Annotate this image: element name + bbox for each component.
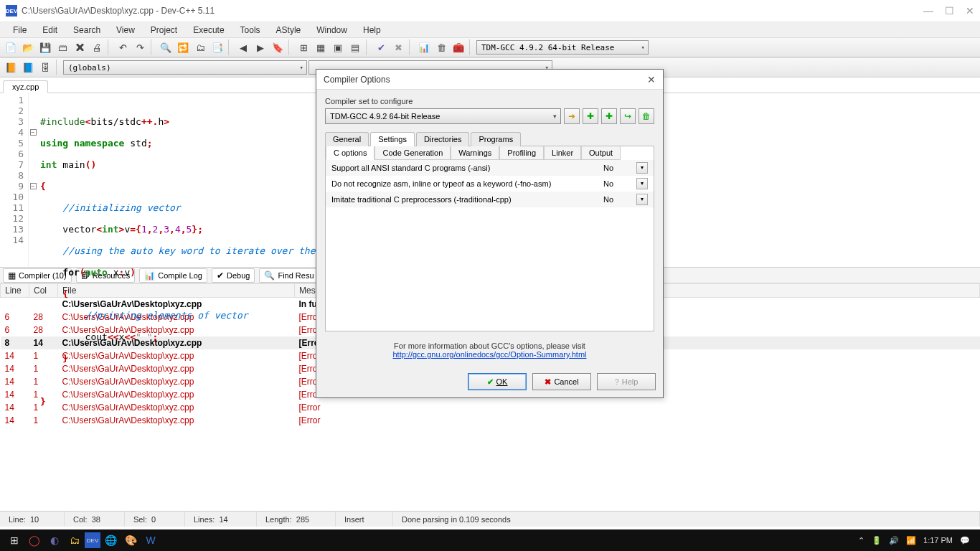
close-icon[interactable]: ✕ (966, 5, 974, 17)
menu-astyle[interactable]: AStyle (269, 24, 308, 37)
dialog-info: For more information about GCC's options… (325, 331, 654, 363)
find-in-files-icon[interactable]: 🗂 (192, 39, 208, 55)
delete-profile-icon[interactable]: 🗑 (433, 39, 449, 55)
find-icon[interactable]: 🔍 (158, 39, 174, 55)
option-label: Support all ANSI standard C programs (-a… (331, 164, 603, 172)
tab-directories[interactable]: Directories (416, 132, 470, 146)
tab-settings[interactable]: Settings (370, 132, 415, 146)
separator (366, 39, 370, 55)
debug-stop-icon[interactable]: ✖ (390, 39, 406, 55)
add-blank-icon[interactable]: ✚ (583, 108, 598, 124)
redo-icon[interactable]: ↷ (132, 39, 148, 55)
window-title: C:\Users\GaUrAv\Desktop\xyz.cpp - Dev-C+… (22, 6, 923, 16)
tab-programs[interactable]: Programs (471, 132, 521, 146)
subtab-c-options[interactable]: C options (326, 146, 374, 160)
forward-icon[interactable]: ▶ (253, 39, 268, 55)
compile-icon[interactable]: ⊞ (296, 39, 311, 55)
profile-icon[interactable]: 📊 (416, 39, 432, 55)
battery-icon[interactable]: 🔋 (872, 536, 882, 545)
separator (56, 60, 60, 75)
option-value: No (603, 195, 636, 204)
delete-icon[interactable]: 🗑 (639, 108, 654, 124)
help-button[interactable]: ?Help (597, 373, 656, 390)
fold-icon[interactable]: − (30, 183, 37, 189)
wifi-icon[interactable]: 📶 (906, 536, 916, 545)
menu-view[interactable]: View (109, 24, 142, 37)
save-icon[interactable]: 💾 (37, 39, 53, 55)
task-explorer-icon[interactable]: 🗂 (65, 530, 85, 550)
goto-decl-icon[interactable]: 📙 (3, 60, 19, 75)
undo-icon[interactable]: ↶ (115, 39, 131, 55)
debug-check-icon[interactable]: ✔ (373, 39, 389, 55)
open-icon[interactable]: 📂 (20, 39, 36, 55)
replace-icon[interactable]: 🔁 (175, 39, 191, 55)
menu-file[interactable]: File (6, 24, 34, 37)
task-devcpp-icon[interactable]: DEV (85, 532, 100, 548)
menu-help[interactable]: Help (356, 24, 388, 37)
run-icon[interactable]: ▦ (313, 39, 329, 55)
tab-general[interactable]: General (325, 132, 369, 146)
print-icon[interactable]: 🖨 (89, 39, 105, 55)
chevron-down-icon[interactable]: ▾ (636, 194, 648, 205)
cancel-button[interactable]: ✖Cancel (532, 373, 591, 390)
start-icon[interactable]: ⊞ (4, 530, 24, 550)
status-lines-label: Lines: (194, 515, 215, 524)
tray-chevron-icon[interactable]: ⌃ (858, 536, 864, 545)
subtab-linker[interactable]: Linker (544, 146, 581, 160)
file-tab-xyz[interactable]: xyz.cpp (3, 80, 48, 93)
task-chrome-icon[interactable]: 🌐 (100, 530, 121, 550)
menu-search[interactable]: Search (66, 24, 108, 37)
option-label: Do not recognize asm, inline or typeof a… (331, 179, 603, 188)
compiler-set-select[interactable]: TDM-GCC 4.9.2 64-bit Release (325, 108, 561, 124)
chevron-down-icon[interactable]: ▾ (636, 178, 648, 189)
tools-icon[interactable]: 🧰 (451, 39, 466, 55)
new-file-icon[interactable]: 📄 (3, 39, 19, 55)
task-paint-icon[interactable]: 🎨 (121, 530, 141, 550)
fold-icon[interactable]: − (30, 129, 37, 136)
chevron-down-icon[interactable]: ▾ (636, 162, 648, 174)
col-line[interactable]: Line (1, 284, 29, 298)
task-word-icon[interactable]: W (141, 530, 161, 550)
separator (108, 39, 112, 55)
dialog-titlebar[interactable]: Compiler Options ✕ (316, 70, 663, 90)
separator (469, 39, 473, 55)
subtab-warnings[interactable]: Warnings (451, 146, 499, 160)
add-folder-icon[interactable]: ✚ (601, 108, 617, 124)
notifications-icon[interactable]: 💬 (960, 536, 970, 545)
compile-run-icon[interactable]: ▣ (330, 39, 346, 55)
menu-edit[interactable]: Edit (35, 24, 65, 37)
dialog-close-icon[interactable]: ✕ (647, 74, 656, 85)
close-file-icon[interactable]: 🗙 (72, 39, 88, 55)
clock[interactable]: 1:17 PM (923, 536, 953, 545)
task-eclipse-icon[interactable]: ◐ (44, 530, 65, 550)
back-icon[interactable]: ◀ (235, 39, 251, 55)
menu-execute[interactable]: Execute (186, 24, 231, 37)
menu-window[interactable]: Window (309, 24, 354, 37)
rename-icon[interactable]: ↪ (620, 108, 636, 124)
subtab-output[interactable]: Output (581, 146, 621, 160)
find-compilers-icon[interactable]: ➜ (564, 108, 580, 124)
minimize-icon[interactable]: — (923, 5, 933, 17)
save-all-icon[interactable]: 🗃 (55, 39, 70, 55)
info-text: For more information about GCC's options… (394, 342, 585, 350)
goto-def-icon[interactable]: 📘 (20, 60, 36, 75)
menubar: File Edit Search View Project Execute To… (0, 22, 980, 37)
menu-project[interactable]: Project (143, 24, 184, 37)
scope-select[interactable]: (globals) (63, 60, 307, 75)
taskbar: ⊞ ◯ ◐ 🗂 DEV 🌐 🎨 W ⌃ 🔋 🔊 📶 1:17 PM 💬 (0, 529, 980, 551)
bookmark-icon[interactable]: 🔖 (270, 39, 286, 55)
compiler-select[interactable]: TDM-GCC 4.9.2 64-bit Release (476, 40, 649, 55)
info-link[interactable]: http://gcc.gnu.org/onlinedocs/gcc/Option… (392, 350, 586, 359)
task-opera-icon[interactable]: ◯ (24, 530, 44, 550)
help-icon: ? (615, 377, 619, 386)
menu-tools[interactable]: Tools (233, 24, 268, 37)
subtab-code-gen[interactable]: Code Generation (374, 146, 451, 160)
maximize-icon[interactable]: ☐ (945, 5, 954, 17)
volume-icon[interactable]: 🔊 (889, 536, 899, 545)
subtab-profiling[interactable]: Profiling (499, 146, 544, 160)
class-browser-icon[interactable]: 🗄 (37, 60, 53, 75)
rebuild-icon[interactable]: ▤ (347, 39, 363, 55)
ok-button[interactable]: ✔OK (468, 373, 527, 390)
goto-icon[interactable]: 📑 (209, 39, 225, 55)
titlebar: DEV C:\Users\GaUrAv\Desktop\xyz.cpp - De… (0, 0, 980, 22)
